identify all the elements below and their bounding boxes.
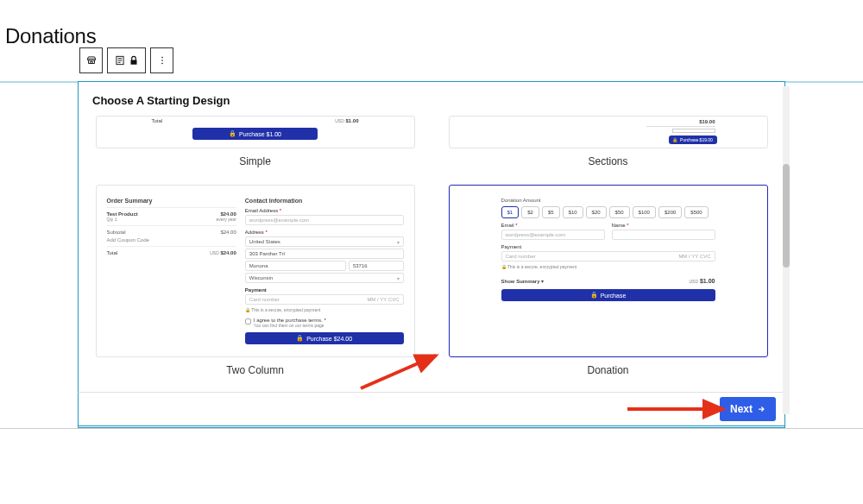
svg-point-3 [161, 63, 163, 65]
tc-state: Wisconsin▾ [245, 273, 404, 283]
scrollbar[interactable] [783, 86, 790, 414]
two-column-caption: Two Column [226, 364, 284, 376]
donation-payment-label: Payment [501, 244, 715, 249]
svg-point-2 [161, 60, 163, 61]
tc-qty: Qty 1 [107, 217, 138, 222]
donation-card: Card numberMM / YY CVC [501, 251, 715, 261]
design-option-sections[interactable]: $19.00 🔒Purchase $19.00 Sections [440, 116, 776, 167]
tc-zip: 53716 [349, 261, 404, 271]
tc-coupon: Add Coupon Code [107, 237, 236, 243]
hr-section-divider [0, 428, 863, 429]
donation-amount-options: $1$2$5$10$20$50$100$200$500 [501, 205, 715, 218]
store-icon-btn[interactable] [79, 47, 103, 73]
simple-total-label: Total [152, 118, 163, 123]
tc-card: Card numberMM / YY CVC [245, 294, 404, 305]
annotation-arrow-to-donation [354, 345, 457, 397]
tc-total-label: Total [107, 250, 118, 255]
tc-country: United States▾ [245, 236, 404, 247]
block-toolbar [79, 47, 173, 73]
simple-purchase-preview: 🔒Purchase $1.00 [192, 128, 318, 140]
donation-amount-1: $1 [501, 206, 520, 218]
donation-amount-5: $5 [542, 206, 560, 218]
tc-address-label: Address * [245, 230, 404, 235]
arrow-right-icon [757, 405, 765, 413]
donation-name-field [612, 230, 715, 240]
simple-caption: Simple [239, 155, 271, 167]
donation-summary-toggle: Show Summary ▾ [501, 278, 545, 284]
store-icon [85, 54, 98, 66]
tc-contact-title: Contact Information [245, 198, 404, 204]
donation-amount-500: $500 [684, 206, 708, 218]
tc-street: 303 Panther Trl [245, 249, 404, 259]
svg-point-1 [161, 57, 163, 59]
tc-city: Monona [245, 261, 346, 271]
form-icon [114, 54, 126, 66]
tc-prod-sub: every year [216, 217, 236, 222]
tc-email-label: Email Address * [245, 208, 404, 213]
donation-amount-200: $200 [658, 206, 682, 218]
donation-secure: 🔒 This is a secure, encrypted payment [501, 264, 715, 269]
donation-price: USD $1.00 [689, 278, 715, 284]
more-options-btn[interactable] [150, 47, 173, 73]
lock-form-btn[interactable] [107, 47, 146, 73]
tc-subtotal-price: $24.00 [220, 230, 236, 235]
donation-name-label: Name * [612, 223, 715, 228]
tc-subtotal-label: Subtotal [107, 230, 126, 235]
kebab-icon [156, 54, 168, 66]
donation-caption: Donation [587, 364, 628, 376]
donation-amount-20: $20 [586, 206, 607, 218]
donation-purchase: 🔒Purchase [501, 289, 715, 301]
design-option-donation[interactable]: Donation Amount $1$2$5$10$20$50$100$200$… [440, 185, 776, 376]
donation-amount-label: Donation Amount [501, 198, 715, 203]
sections-caption: Sections [588, 155, 627, 167]
tc-purchase: 🔒Purchase $24.00 [245, 332, 404, 344]
donation-amount-50: $50 [609, 206, 630, 218]
annotation-arrow-to-next [624, 399, 736, 419]
donation-email-field: wordpress@example.com [501, 230, 605, 240]
sections-purchase-preview: 🔒Purchase $19.00 [669, 135, 717, 144]
donation-email-label: Email * [501, 223, 605, 228]
donation-amount-10: $10 [563, 206, 583, 218]
tc-terms-sub: You can find them on our terms page [254, 323, 326, 328]
design-option-simple[interactable]: Total USD $1.00 🔒Purchase $1.00 Simple [87, 116, 423, 167]
scrollbar-thumb[interactable] [783, 164, 790, 268]
tc-total: USD $24.00 [210, 250, 236, 255]
tc-terms-checkbox [245, 318, 251, 324]
svg-line-5 [361, 356, 436, 388]
tc-payment-label: Payment [245, 287, 404, 293]
modal-title: Choose A Starting Design [79, 82, 784, 116]
lock-icon [128, 54, 140, 66]
donation-amount-2: $2 [521, 206, 539, 218]
tc-secure: 🔒 This is a secure, encrypted payment [245, 307, 404, 312]
simple-total-value: USD $1.00 [335, 118, 358, 123]
sections-price-preview: $19.00 [699, 119, 715, 124]
donation-amount-100: $100 [633, 206, 656, 218]
order-summary-title: Order Summary [107, 198, 236, 204]
page-title: Donations [5, 24, 96, 48]
donation-thumb-selected: Donation Amount $1$2$5$10$20$50$100$200$… [449, 185, 768, 357]
tc-email-field: wordpress@example.com [245, 215, 404, 225]
